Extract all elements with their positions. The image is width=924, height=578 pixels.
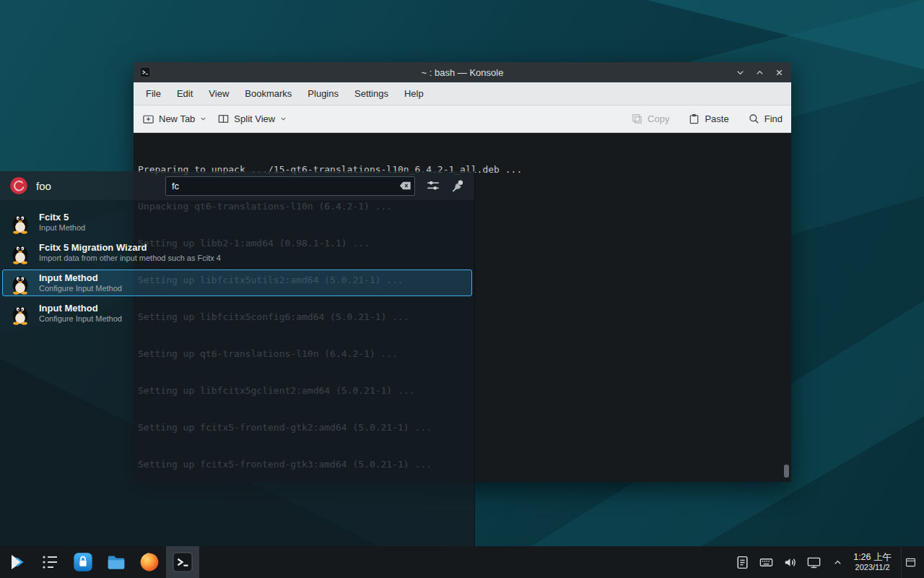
- split-view-label: Split View: [234, 113, 275, 124]
- folder-icon: [105, 551, 127, 573]
- firefox-button[interactable]: [133, 546, 166, 578]
- result-subtitle: Import data from other input method such…: [39, 254, 221, 263]
- tux-icon: [9, 272, 32, 295]
- taskbar: 1:26 上午 2023/11/2: [0, 546, 924, 578]
- file-manager-button[interactable]: [100, 546, 133, 578]
- menubar: File Edit View Bookmarks Plugins Setting…: [134, 82, 791, 105]
- clock-time: 1:26 上午: [853, 552, 892, 563]
- menu-item-plugins[interactable]: Plugins: [300, 82, 346, 105]
- new-tab-icon: [142, 113, 154, 125]
- result-subtitle: Configure Input Method: [39, 284, 122, 293]
- konsole-task-button[interactable]: [166, 546, 199, 578]
- launcher-header: foo: [0, 171, 474, 201]
- chevron-down-icon: [279, 115, 287, 123]
- sliders-icon[interactable]: [426, 178, 440, 193]
- discover-icon: [72, 551, 94, 573]
- clipboard-tray-button[interactable]: [733, 553, 751, 571]
- chevron-down-icon: [199, 115, 207, 123]
- app-launcher-button[interactable]: [0, 546, 33, 578]
- find-icon: [748, 113, 760, 125]
- result-title: Fcitx 5: [39, 212, 85, 223]
- chevron-up-icon: [832, 557, 843, 568]
- close-icon: [774, 67, 785, 78]
- result-row-fcitx5-migration[interactable]: Fcitx 5 Migration Wizard Import data fro…: [2, 239, 472, 266]
- show-desktop-button[interactable]: [901, 546, 920, 578]
- find-button[interactable]: Find: [748, 113, 783, 125]
- copy-button[interactable]: Copy: [631, 113, 669, 125]
- digital-clock[interactable]: 1:26 上午 2023/11/2: [853, 552, 892, 572]
- tray-expander-button[interactable]: [829, 553, 846, 571]
- result-subtitle: Input Method: [39, 223, 85, 233]
- copy-icon: [631, 113, 643, 125]
- search-input[interactable]: [165, 176, 415, 196]
- volume-tray-button[interactable]: [781, 553, 798, 571]
- minimize-icon: [735, 67, 746, 78]
- debian-avatar-icon: [9, 176, 29, 196]
- result-row-input-method[interactable]: Input Method Configure Input Method: [2, 300, 472, 327]
- result-title: Input Method: [39, 303, 122, 314]
- paste-label: Paste: [705, 113, 728, 124]
- search-results: Fcitx 5 Input Method Fcitx 5 Migration W…: [0, 201, 474, 327]
- task-list-button[interactable]: [33, 546, 66, 578]
- new-tab-button[interactable]: New Tab: [142, 113, 207, 125]
- launcher-overlay: foo Fcitx 5 Input Method Fcitx 5 Migrati…: [0, 171, 475, 546]
- menu-item-view[interactable]: View: [201, 82, 237, 105]
- paste-button[interactable]: Paste: [688, 113, 728, 125]
- tux-icon: [9, 211, 32, 234]
- konsole-icon: [172, 551, 193, 573]
- discover-button[interactable]: [66, 546, 100, 578]
- terminal-scrollbar[interactable]: [784, 465, 789, 478]
- show-desktop-icon: [905, 556, 917, 569]
- firefox-icon: [139, 551, 160, 573]
- task-list-icon: [40, 552, 60, 572]
- find-label: Find: [764, 113, 783, 124]
- username-label: foo: [36, 180, 51, 192]
- menu-item-edit[interactable]: Edit: [169, 82, 201, 105]
- menu-item-bookmarks[interactable]: Bookmarks: [237, 82, 300, 105]
- keyboard-icon: [759, 555, 774, 570]
- konsole-icon: [139, 66, 151, 78]
- result-subtitle: Configure Input Method: [39, 314, 122, 324]
- clock-date: 2023/11/2: [853, 563, 892, 572]
- menu-item-help[interactable]: Help: [396, 82, 432, 105]
- minimize-button[interactable]: [733, 66, 746, 79]
- result-row-input-method-selected[interactable]: Input Method Configure Input Method: [2, 269, 472, 296]
- tux-icon: [9, 241, 32, 264]
- backspace-clear-icon[interactable]: [399, 181, 411, 191]
- volume-icon: [783, 555, 798, 570]
- result-title: Fcitx 5 Migration Wizard: [39, 242, 221, 253]
- window-title: ~ : bash — Konsole: [134, 67, 791, 78]
- system-tray: [733, 553, 846, 571]
- display-tray-button[interactable]: [805, 553, 822, 571]
- menu-item-settings[interactable]: Settings: [346, 82, 396, 105]
- desktop: ~ : bash — Konsole File Edit View Bookma…: [0, 0, 924, 578]
- pin-icon[interactable]: [451, 178, 466, 193]
- tux-icon: [9, 302, 32, 325]
- split-view-button[interactable]: Split View: [217, 113, 287, 125]
- maximize-icon: [754, 67, 765, 78]
- menu-item-file[interactable]: File: [138, 82, 169, 105]
- close-button[interactable]: [772, 66, 785, 79]
- clipboard-icon: [735, 555, 750, 570]
- split-view-icon: [217, 113, 230, 125]
- search-field: [165, 176, 415, 196]
- result-title: Input Method: [39, 272, 122, 283]
- new-tab-label: New Tab: [159, 113, 195, 124]
- result-row-fcitx5[interactable]: Fcitx 5 Input Method: [2, 209, 472, 236]
- toolbar: New Tab Split View Copy Paste Find: [134, 105, 791, 133]
- input-method-tray-button[interactable]: [757, 553, 775, 571]
- maximize-button[interactable]: [753, 66, 766, 79]
- titlebar[interactable]: ~ : bash — Konsole: [134, 62, 791, 82]
- paste-icon: [688, 113, 700, 125]
- copy-label: Copy: [648, 113, 669, 124]
- kickoff-icon: [6, 552, 27, 572]
- display-icon: [806, 555, 821, 570]
